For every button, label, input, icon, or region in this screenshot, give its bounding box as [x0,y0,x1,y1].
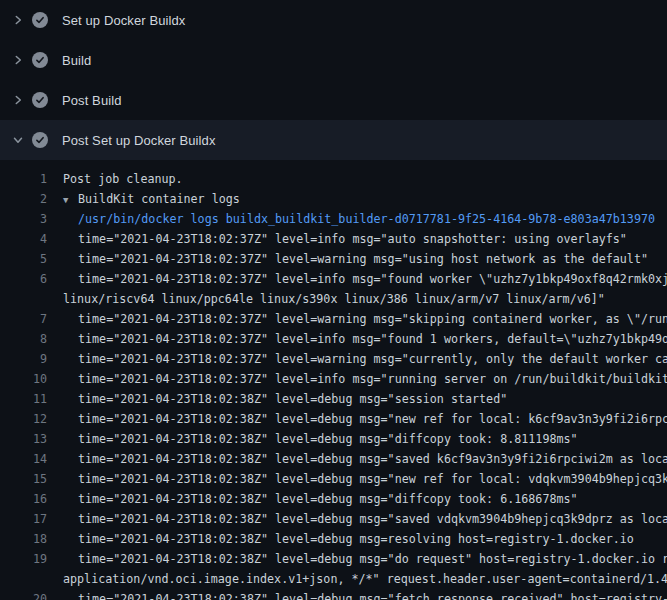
log-line-command: 3/usr/bin/docker logs buildx_buildkit_bu… [0,209,667,229]
log-text: linux/riscv64 linux/ppc64le linux/s390x … [63,289,605,309]
log-text: time="2021-04-23T18:02:37Z" level=info m… [78,369,667,389]
step-title: Set up Docker Buildx [62,13,185,28]
line-number[interactable]: 16 [0,489,47,509]
line-number[interactable]: 6 [0,269,47,289]
log-line-wrap-continuation: application/vnd.oci.image.index.v1+json,… [0,569,667,589]
workflow-log-viewer: Set up Docker Buildx Build Post Build [0,0,667,600]
line-number[interactable]: 18 [0,529,47,549]
chevron-right-icon[interactable] [12,94,24,106]
chevron-right-icon[interactable] [12,14,24,26]
log-text: time="2021-04-23T18:02:37Z" level=info m… [78,329,667,349]
step-title: Build [62,53,91,68]
chevron-right-icon[interactable] [12,54,24,66]
line-number[interactable]: 4 [0,229,47,249]
step-title: Post Set up Docker Buildx [62,133,216,148]
line-number[interactable]: 10 [0,369,47,389]
log-text: time="2021-04-23T18:02:38Z" level=debug … [78,589,667,600]
log-command-text: /usr/bin/docker logs buildx_buildkit_bui… [78,209,655,229]
log-text: time="2021-04-23T18:02:38Z" level=debug … [78,389,507,409]
line-number[interactable]: 13 [0,429,47,449]
log-text: time="2021-04-23T18:02:38Z" level=debug … [78,529,634,549]
check-circle-icon [32,12,48,28]
line-number[interactable]: 1 [0,169,47,189]
log-text: time="2021-04-23T18:02:38Z" level=debug … [78,549,667,569]
line-number[interactable]: 9 [0,349,47,369]
line-number [0,569,47,589]
log-line-group[interactable]: 2▼BuildKit container logs [0,189,667,209]
log-line: 6time="2021-04-23T18:02:37Z" level=info … [0,269,667,289]
log-text: time="2021-04-23T18:02:37Z" level=warnin… [78,349,667,369]
log-line: 11time="2021-04-23T18:02:38Z" level=debu… [0,389,667,409]
log-text: time="2021-04-23T18:02:38Z" level=debug … [78,509,667,529]
chevron-down-icon[interactable] [12,134,24,146]
line-number[interactable]: 12 [0,409,47,429]
line-number[interactable]: 7 [0,309,47,329]
log-text: Post job cleanup. [63,169,183,189]
log-line: 18time="2021-04-23T18:02:38Z" level=debu… [0,529,667,549]
line-number[interactable]: 11 [0,389,47,409]
line-number [0,289,47,309]
log-line: 7time="2021-04-23T18:02:37Z" level=warni… [0,309,667,329]
log-text: time="2021-04-23T18:02:37Z" level=info m… [78,229,627,249]
log-text: time="2021-04-23T18:02:38Z" level=debug … [78,469,667,489]
step-header-set-up-docker-buildx[interactable]: Set up Docker Buildx [0,0,667,40]
check-circle-icon [32,132,48,148]
log-text: time="2021-04-23T18:02:37Z" level=warnin… [78,309,667,329]
log-line: 4time="2021-04-23T18:02:37Z" level=info … [0,229,667,249]
log-line-wrap-continuation: linux/riscv64 linux/ppc64le linux/s390x … [0,289,667,309]
step-header-build[interactable]: Build [0,40,667,80]
step-list: Set up Docker Buildx Build Post Build [0,0,667,160]
log-text: time="2021-04-23T18:02:38Z" level=debug … [78,489,578,509]
line-number[interactable]: 2 [0,189,47,209]
log-line: 14time="2021-04-23T18:02:38Z" level=debu… [0,449,667,469]
line-number[interactable]: 19 [0,549,47,569]
step-header-post-build[interactable]: Post Build [0,80,667,120]
line-number[interactable]: 3 [0,209,47,229]
log-text: time="2021-04-23T18:02:38Z" level=debug … [78,409,667,429]
step-header-post-set-up-docker-buildx[interactable]: Post Set up Docker Buildx [0,120,667,160]
log-line: 19time="2021-04-23T18:02:38Z" level=debu… [0,549,667,569]
line-number[interactable]: 8 [0,329,47,349]
log-line: 10time="2021-04-23T18:02:37Z" level=info… [0,369,667,389]
log-text: time="2021-04-23T18:02:37Z" level=warnin… [78,249,648,269]
log-text: time="2021-04-23T18:02:37Z" level=info m… [78,269,667,289]
log-text: time="2021-04-23T18:02:38Z" level=debug … [78,449,667,469]
log-output: 1Post job cleanup. 2▼BuildKit container … [0,160,667,600]
log-text: time="2021-04-23T18:02:38Z" level=debug … [78,429,578,449]
line-number[interactable]: 17 [0,509,47,529]
log-line: 13time="2021-04-23T18:02:38Z" level=debu… [0,429,667,449]
log-line: 5time="2021-04-23T18:02:37Z" level=warni… [0,249,667,269]
line-number[interactable]: 5 [0,249,47,269]
check-circle-icon [32,52,48,68]
log-group-title: BuildKit container logs [78,192,240,206]
log-line: 12time="2021-04-23T18:02:38Z" level=debu… [0,409,667,429]
log-line: 8time="2021-04-23T18:02:37Z" level=info … [0,329,667,349]
log-line: 1Post job cleanup. [0,169,667,189]
line-number[interactable]: 14 [0,449,47,469]
check-circle-icon [32,92,48,108]
step-title: Post Build [62,93,122,108]
group-expanded-triangle-icon[interactable]: ▼ [63,190,78,209]
line-number[interactable]: 15 [0,469,47,489]
line-number[interactable]: 20 [0,589,47,600]
log-line: 15time="2021-04-23T18:02:38Z" level=debu… [0,469,667,489]
log-line: 9time="2021-04-23T18:02:37Z" level=warni… [0,349,667,369]
log-line: 20time="2021-04-23T18:02:38Z" level=debu… [0,589,667,600]
log-line: 17time="2021-04-23T18:02:38Z" level=debu… [0,509,667,529]
log-line: 16time="2021-04-23T18:02:38Z" level=debu… [0,489,667,509]
log-text: application/vnd.oci.image.index.v1+json,… [63,569,667,589]
